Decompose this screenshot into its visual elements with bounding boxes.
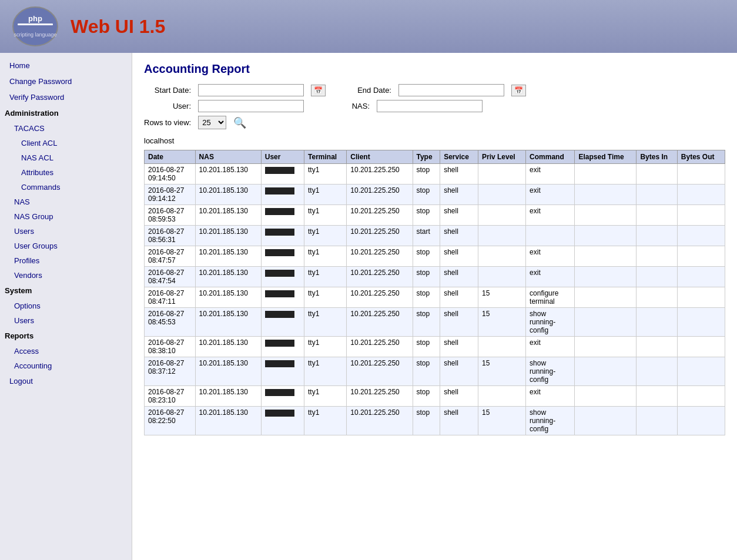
- sidebar-item-nas-acl[interactable]: NAS ACL: [0, 150, 132, 165]
- table-row: 2016-08-27 08:22:5010.201.185.130tty110.…: [145, 407, 725, 435]
- cell-priv: 15: [478, 407, 526, 435]
- cell-elapsed: [575, 185, 636, 205]
- cell-bytes-out: [677, 407, 725, 435]
- cell-priv: [478, 386, 526, 407]
- cell-date: 2016-08-27 08:45:53: [145, 308, 196, 337]
- sidebar-item-options[interactable]: Options: [0, 299, 132, 313]
- cell-service: shell: [440, 185, 478, 205]
- search-button[interactable]: 🔍: [233, 116, 246, 129]
- cell-user: [261, 226, 304, 246]
- svg-point-0: [13, 7, 58, 46]
- sidebar-item-nas[interactable]: NAS: [0, 195, 132, 209]
- start-date-calendar-button[interactable]: 📅: [311, 85, 326, 96]
- col-date: Date: [145, 150, 196, 164]
- accounting-table: Date NAS User Terminal Client Type Servi…: [144, 150, 725, 435]
- cell-client: 10.201.225.250: [347, 246, 413, 267]
- end-date-calendar-button[interactable]: 📅: [511, 85, 526, 96]
- cell-elapsed: [575, 226, 636, 246]
- sidebar-item-accounting[interactable]: Accounting: [0, 358, 132, 373]
- redacted-user: [265, 389, 294, 396]
- cell-date: 2016-08-27 08:22:50: [145, 407, 196, 435]
- cell-terminal: tty1: [304, 308, 347, 337]
- cell-service: shell: [440, 337, 478, 357]
- start-date-input[interactable]: [198, 84, 304, 96]
- cell-terminal: tty1: [304, 267, 347, 287]
- cell-date: 2016-08-27 08:59:53: [145, 205, 196, 226]
- sidebar-item-user-groups[interactable]: User Groups: [0, 239, 132, 253]
- cell-bytes-out: [677, 164, 725, 185]
- user-label: User:: [144, 102, 191, 110]
- table-row: 2016-08-27 09:14:1210.201.185.130tty110.…: [145, 185, 725, 205]
- cell-bytes-in: [636, 267, 677, 287]
- server-name: localhost: [144, 136, 725, 145]
- cell-user: [261, 287, 304, 308]
- cell-type: stop: [413, 386, 440, 407]
- sidebar-item-verify-password[interactable]: Verify Password: [0, 89, 132, 105]
- cell-client: 10.201.225.250: [347, 267, 413, 287]
- sidebar-item-attributes[interactable]: Attributes: [0, 165, 132, 180]
- rows-label: Rows to view:: [144, 118, 191, 127]
- sidebar-item-tacacs[interactable]: TACACS: [0, 121, 132, 136]
- cell-date: 2016-08-27 09:14:50: [145, 164, 196, 185]
- sidebar-item-change-password[interactable]: Change Password: [0, 73, 132, 89]
- redacted-user: [265, 290, 294, 297]
- cell-bytes-out: [677, 205, 725, 226]
- rows-select[interactable]: 10 25 50 100: [198, 116, 226, 129]
- table-row: 2016-08-27 09:14:5010.201.185.130tty110.…: [145, 164, 725, 185]
- sidebar-item-client-acl[interactable]: Client ACL: [0, 136, 132, 150]
- svg-text:scripting language: scripting language: [14, 32, 56, 38]
- redacted-user: [265, 410, 294, 417]
- cell-type: stop: [413, 267, 440, 287]
- cell-nas: 10.201.185.130: [195, 226, 261, 246]
- cell-date: 2016-08-27 08:47:57: [145, 246, 196, 267]
- cell-service: shell: [440, 407, 478, 435]
- sidebar-item-users[interactable]: Users: [0, 224, 132, 239]
- cell-bytes-out: [677, 267, 725, 287]
- cell-type: stop: [413, 164, 440, 185]
- end-date-input[interactable]: [398, 84, 504, 96]
- sidebar-item-commands[interactable]: Commands: [0, 180, 132, 195]
- sidebar-item-nas-group[interactable]: NAS Group: [0, 209, 132, 224]
- sidebar-item-home[interactable]: Home: [0, 58, 132, 73]
- table-row: 2016-08-27 08:59:5310.201.185.130tty110.…: [145, 205, 725, 226]
- cell-priv: [478, 185, 526, 205]
- app-title: Web UI 1.5: [71, 16, 165, 38]
- cell-service: shell: [440, 308, 478, 337]
- cell-command: configure terminal: [526, 287, 575, 308]
- col-service: Service: [440, 150, 478, 164]
- col-command: Command: [526, 150, 575, 164]
- cell-bytes-out: [677, 386, 725, 407]
- cell-user: [261, 386, 304, 407]
- cell-nas: 10.201.185.130: [195, 386, 261, 407]
- cell-bytes-in: [636, 185, 677, 205]
- cell-priv: 15: [478, 308, 526, 337]
- cell-priv: [478, 246, 526, 267]
- sidebar-item-logout[interactable]: Logout: [0, 373, 132, 389]
- cell-type: stop: [413, 308, 440, 337]
- redacted-user: [265, 340, 294, 347]
- cell-terminal: tty1: [304, 287, 347, 308]
- user-input[interactable]: [198, 100, 304, 112]
- cell-command: exit: [526, 185, 575, 205]
- cell-terminal: tty1: [304, 226, 347, 246]
- sidebar-item-system-users[interactable]: Users: [0, 313, 132, 328]
- svg-rect-2: [18, 24, 53, 25]
- cell-service: shell: [440, 246, 478, 267]
- cell-bytes-out: [677, 308, 725, 337]
- col-priv-level: Priv Level: [478, 150, 526, 164]
- sidebar-item-profiles[interactable]: Profiles: [0, 253, 132, 268]
- cell-priv: [478, 267, 526, 287]
- table-body: 2016-08-27 09:14:5010.201.185.130tty110.…: [145, 164, 725, 435]
- cell-service: shell: [440, 267, 478, 287]
- redacted-user: [265, 270, 294, 277]
- cell-priv: 15: [478, 287, 526, 308]
- sidebar-item-access[interactable]: Access: [0, 344, 132, 358]
- nas-input[interactable]: [377, 100, 483, 112]
- cell-type: start: [413, 226, 440, 246]
- sidebar-item-vendors[interactable]: Vendors: [0, 268, 132, 283]
- cell-bytes-in: [636, 407, 677, 435]
- cell-client: 10.201.225.250: [347, 226, 413, 246]
- cell-service: shell: [440, 357, 478, 386]
- cell-priv: 15: [478, 357, 526, 386]
- cell-service: shell: [440, 164, 478, 185]
